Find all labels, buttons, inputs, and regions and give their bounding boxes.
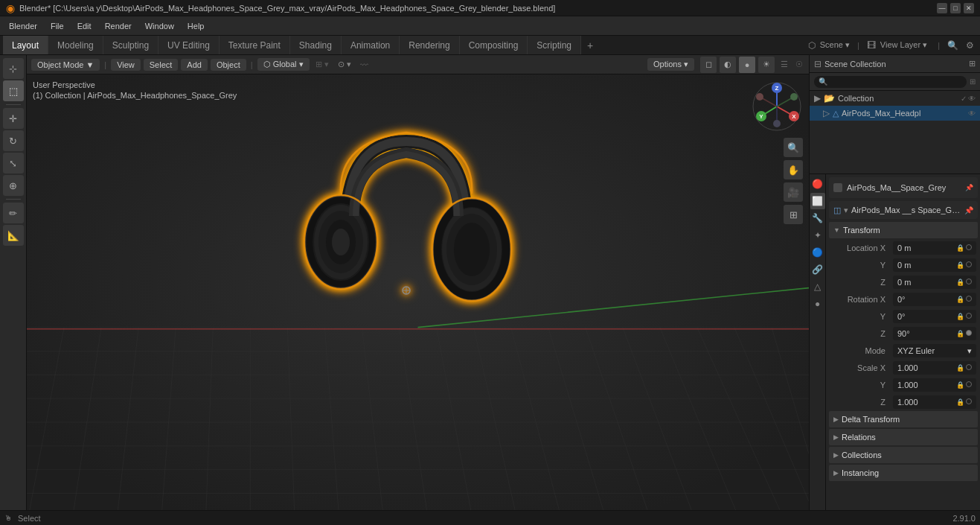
- object-mode-dropdown[interactable]: Object Mode ▼: [31, 59, 100, 71]
- viewport[interactable]: Object Mode ▼ | View Select Add Object |…: [27, 55, 809, 525]
- minimize-button[interactable]: —: [937, 3, 947, 13]
- overlay-icon[interactable]: ☰: [778, 60, 791, 69]
- grid-view-button[interactable]: ⊞: [784, 205, 803, 224]
- scale-tool[interactable]: ⤡: [3, 153, 24, 174]
- location-y-field[interactable]: 0 m 🔒: [893, 258, 976, 272]
- keyframe-x-dot[interactable]: [966, 244, 972, 250]
- name-dropdown-arrow[interactable]: 📌: [965, 184, 973, 191]
- view-menu[interactable]: View: [111, 59, 141, 71]
- rotation-y-field[interactable]: 0° 🔒: [893, 310, 976, 323]
- search-icon-top[interactable]: 🔍: [947, 40, 958, 51]
- keyframe-ry-dot[interactable]: [966, 313, 972, 319]
- lock-ry-icon[interactable]: 🔒: [956, 313, 964, 320]
- tab-shading[interactable]: Shading: [290, 36, 342, 54]
- camera-toggle-icon[interactable]: ☉: [794, 60, 804, 69]
- keyframe-rx-dot[interactable]: [966, 296, 972, 302]
- select-tool[interactable]: ⬚: [3, 80, 24, 101]
- settings-icon[interactable]: ⚙: [966, 40, 974, 51]
- active-object-props-tab[interactable]: 🔴: [810, 176, 825, 192]
- rotation-x-field[interactable]: 0° 🔒: [893, 293, 976, 306]
- snap-icon[interactable]: ⊞ ▾: [313, 60, 332, 69]
- transform-section-header[interactable]: ▼ Transform: [829, 222, 978, 238]
- navigation-gizmo[interactable]: Z X Y: [751, 80, 803, 133]
- lock-sy-icon[interactable]: 🔒: [956, 381, 964, 389]
- tab-sculpting[interactable]: Sculpting: [103, 36, 158, 54]
- scale-x-field[interactable]: 1.000 🔒: [893, 361, 976, 375]
- pan-button[interactable]: ✋: [784, 160, 803, 179]
- tab-scripting[interactable]: Scripting: [528, 36, 581, 54]
- instancing-section[interactable]: ▶ Instancing: [829, 465, 978, 481]
- maximize-button[interactable]: □: [950, 3, 961, 13]
- add-menu[interactable]: Add: [181, 59, 208, 71]
- options-button[interactable]: Options ▾: [647, 58, 694, 71]
- camera-view-button[interactable]: 🎥: [784, 182, 803, 202]
- keyframe-sy-dot[interactable]: [966, 381, 972, 387]
- keyframe-rz-dot[interactable]: [966, 330, 972, 336]
- scale-z-field[interactable]: 1.000 🔒: [893, 395, 976, 409]
- object-color-chip[interactable]: [833, 183, 842, 192]
- collections-section[interactable]: ▶ Collections: [829, 447, 978, 463]
- constraints-tab[interactable]: 🔗: [810, 261, 825, 278]
- keyframe-sz-dot[interactable]: [966, 398, 972, 404]
- menu-file[interactable]: File: [45, 20, 70, 32]
- eye-icon2[interactable]: 👁: [968, 109, 976, 118]
- close-button[interactable]: ✕: [964, 3, 974, 13]
- lock-sx-icon[interactable]: 🔒: [956, 364, 964, 372]
- data-tab[interactable]: △: [810, 279, 825, 295]
- material-btn[interactable]: ●: [739, 57, 755, 73]
- relations-section[interactable]: ▶ Relations: [829, 429, 978, 445]
- material-tab[interactable]: ●: [810, 296, 825, 312]
- keyframe-z-dot[interactable]: [966, 279, 972, 284]
- extra-icon[interactable]: 〰: [357, 60, 371, 69]
- scale-y-field[interactable]: 1.000 🔒: [893, 378, 976, 392]
- outliner-search-input[interactable]: 🔍: [814, 76, 967, 88]
- viewport-canvas[interactable]: User Perspective (1) Collection | AirPod…: [27, 74, 809, 525]
- zoom-to-fit-button[interactable]: 🔍: [784, 138, 803, 157]
- lock-rx-icon[interactable]: 🔒: [956, 296, 964, 303]
- measure-tool[interactable]: 📐: [3, 225, 24, 246]
- rotate-tool[interactable]: ↻: [3, 130, 24, 151]
- outliner-filter-btn[interactable]: ⊞: [970, 77, 976, 86]
- lock-rz-icon[interactable]: 🔒: [956, 330, 964, 337]
- menu-window[interactable]: Window: [139, 20, 180, 32]
- mesh-dropdown-arrow[interactable]: ▾: [844, 206, 848, 215]
- outliner-row-collection[interactable]: ▶ 📂 Collection ✓ 👁: [810, 91, 980, 106]
- rendered-btn[interactable]: ☀: [758, 57, 775, 73]
- select-menu[interactable]: Select: [144, 59, 179, 71]
- menu-help[interactable]: Help: [182, 20, 211, 32]
- proportional-icon[interactable]: ⊙ ▾: [335, 60, 354, 69]
- visibility-icon[interactable]: ✓: [961, 95, 967, 103]
- tab-animation[interactable]: Animation: [342, 36, 400, 54]
- keyframe-y-dot[interactable]: [966, 261, 972, 267]
- particles-tab[interactable]: ✦: [810, 227, 825, 244]
- tab-rendering[interactable]: Rendering: [400, 36, 459, 54]
- wireframe-btn[interactable]: ◻: [700, 57, 717, 73]
- menu-edit[interactable]: Edit: [71, 20, 97, 32]
- physics-tab[interactable]: 🔵: [810, 244, 825, 261]
- object-menu[interactable]: Object: [211, 59, 246, 71]
- tab-texture-paint[interactable]: Texture Paint: [220, 36, 290, 54]
- eye-icon[interactable]: 👁: [968, 95, 976, 103]
- menu-render[interactable]: Render: [99, 20, 138, 32]
- location-z-field[interactable]: 0 m 🔒: [893, 276, 976, 289]
- cursor-tool[interactable]: ⊹: [3, 58, 24, 79]
- scene-dropdown[interactable]: Scene ▾: [820, 40, 850, 50]
- rotation-mode-select[interactable]: XYZ Euler ▾: [893, 344, 976, 357]
- delta-transform-section[interactable]: ▶ Delta Transform: [829, 411, 978, 427]
- global-dropdown[interactable]: ⬡ Global ▾: [257, 58, 310, 71]
- move-tool[interactable]: ✛: [3, 108, 24, 129]
- tab-layout[interactable]: Layout: [3, 36, 48, 54]
- pin-icon[interactable]: 📌: [964, 206, 973, 214]
- solid-btn[interactable]: ◐: [720, 57, 736, 73]
- tab-uv-editing[interactable]: UV Editing: [158, 36, 220, 54]
- location-x-field[interactable]: 0 m 🔒: [893, 241, 976, 255]
- lock-sz-icon[interactable]: 🔒: [956, 398, 964, 406]
- modifier-props-tab[interactable]: 🔧: [810, 210, 825, 226]
- transform-tool[interactable]: ⊕: [3, 175, 24, 196]
- outliner-row-airpods[interactable]: ▷ △ AirPods_Max_Headpl 👁: [810, 106, 980, 121]
- tab-modeling[interactable]: Modeling: [48, 36, 103, 54]
- add-workspace-button[interactable]: +: [581, 36, 599, 54]
- menu-blender[interactable]: Blender: [3, 20, 43, 32]
- rotation-z-field[interactable]: 90° 🔒: [893, 327, 976, 340]
- lock-z-icon[interactable]: 🔒: [956, 279, 964, 286]
